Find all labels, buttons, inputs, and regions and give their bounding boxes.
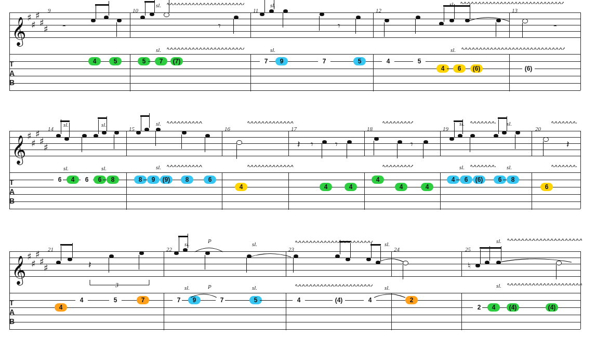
fret-number: 5 <box>109 296 122 304</box>
barline <box>364 131 365 156</box>
barline <box>222 131 222 156</box>
vibrato-line: ∿∿∿∿∿∿∿∿∿∿∿∿∿∿∿∿∿∿∿∿∿∿∿∿∿∿∿∿∿∿∿∿∿∿∿∿∿∿∿∿… <box>461 46 565 50</box>
barline-tab <box>130 54 130 91</box>
triplet-label: 3 <box>115 281 118 289</box>
tablature-page: 𝄞 ♯ ♯ ♯ ♯ ♯ 9 10 11 12 13 sl. ∿∿∿∿∿∿∿∿∿∿… <box>0 0 596 364</box>
fret-number: 7 <box>318 57 330 65</box>
note <box>385 19 389 22</box>
vibrato-line: ∿∿∿∿∿∿∿∿∿∿∿∿∿∿∿∿∿∿∿∿∿∿∿∿∿∿∿∿∿∿∿∿∿∿∿∿∿∿∿∿… <box>470 119 496 124</box>
vibrato-line: ∿∿∿∿∿∿∿∿∿∿∿∿∿∿∿∿∿∿∿∿∿∿∿∿∿∿∿∿∿∿∿∿∿∿∿∿∿∿∿∿… <box>382 163 413 167</box>
measure-number: 18 <box>367 126 373 132</box>
note <box>522 19 528 23</box>
slur-icon <box>188 291 219 299</box>
note <box>205 134 210 138</box>
measure-number: 12 <box>376 7 381 14</box>
note <box>496 19 501 22</box>
note <box>416 16 420 19</box>
fret-number: (4) <box>507 303 519 312</box>
note <box>294 254 298 258</box>
barline <box>373 12 374 37</box>
barline-tab <box>288 172 289 210</box>
vibrato-line: ∿∿∿∿∿∿∿∿∿∿∿∿∿∿∿∿∿∿∿∿∿∿∿∿∿∿∿∿∿∿∿∿∿∿∿∿∿∿∿∿… <box>166 1 244 5</box>
barline <box>461 251 462 276</box>
barline-tab <box>164 293 164 330</box>
fret-number: 4 <box>55 303 67 312</box>
barline-tab <box>532 172 532 210</box>
fret-number: (6) <box>470 64 483 73</box>
note <box>91 19 96 22</box>
barline-tab <box>461 293 462 330</box>
fret-number: (9) <box>160 176 173 184</box>
measure-number: 9 <box>48 7 51 14</box>
slide-label: sl. <box>459 164 465 170</box>
note <box>104 16 109 19</box>
fret-number: 5 <box>353 57 366 65</box>
measure-number: 15 <box>129 126 135 132</box>
tie-icon <box>247 250 294 260</box>
measure-number: 20 <box>535 126 541 132</box>
fret-number: 4 <box>372 176 384 184</box>
note <box>356 16 361 19</box>
tab-label-T: T <box>9 299 14 306</box>
pulloff-label: P <box>208 284 211 290</box>
tie-icon <box>496 255 574 265</box>
fret-number: 5 <box>413 57 426 65</box>
note <box>136 131 141 134</box>
vibrato-line: ∿∿∿∿∿∿∿∿∿∿∿∿∿∿∿∿∿∿∿∿∿∿∿∿∿∿∿∿∿∿∿∿∿∿∿∿∿∿∿∿… <box>295 282 373 287</box>
vibrato-line: ∿∿∿∿∿∿∿∿∿∿∿∿∿∿∿∿∿∿∿∿∿∿∿∿∿∿∿∿∿∿∿∿∿∿∿∿∿∿∿∿… <box>382 119 413 124</box>
note <box>322 140 327 144</box>
tie-icon <box>465 14 512 24</box>
barline <box>250 12 251 37</box>
note <box>260 12 264 16</box>
barline-tab <box>222 172 222 210</box>
fret-number: 8 <box>507 176 519 184</box>
barline <box>440 131 441 156</box>
slide-label: sl. <box>252 285 257 291</box>
note <box>347 140 352 144</box>
slide-label: sl. <box>101 122 107 128</box>
note <box>458 134 462 138</box>
fret-number: 8 <box>107 176 119 184</box>
note <box>269 9 274 13</box>
barline-tab <box>126 172 127 210</box>
fret-number: 9 <box>147 176 160 184</box>
note <box>470 134 475 138</box>
fret-number: 6 <box>453 64 466 73</box>
pulloff-label: P <box>208 238 211 244</box>
note <box>164 12 169 17</box>
note <box>144 128 149 131</box>
measure-number: 14 <box>48 126 54 132</box>
note <box>485 261 489 264</box>
barline <box>580 131 581 209</box>
barline-tab <box>440 172 441 210</box>
fret-number: 4 <box>345 183 357 191</box>
note <box>346 258 350 261</box>
note <box>449 19 454 22</box>
slide-label: sl. <box>496 282 501 289</box>
fret-number: 6 <box>204 176 216 184</box>
fret-number: 4 <box>75 296 88 304</box>
note <box>556 261 562 265</box>
tab-label-A: A <box>9 308 15 316</box>
vibrato-line: ∿∿∿∿∿∿∿∿∿∿∿∿∿∿∿∿∿∿∿∿∿∿∿∿∿∿∿∿∿∿∿∿∿∿∿∿∿∿∿∿… <box>247 119 294 124</box>
note <box>117 19 122 22</box>
fret-number: 5 <box>109 57 122 65</box>
note <box>494 134 498 138</box>
note <box>423 140 428 144</box>
barline <box>288 131 289 156</box>
measure-number: 25 <box>465 246 471 252</box>
slide-label: sl. <box>270 47 275 53</box>
note <box>403 261 408 265</box>
note <box>502 131 507 134</box>
slide-label: sl. <box>385 285 390 291</box>
vibrato-line: ∿∿∿∿∿∿∿∿∿∿∿∿∿∿∿∿∿∿∿∿∿∿∿∿∿∿∿∿∿∿∿∿∿∿∿∿∿∿∿∿… <box>247 163 294 167</box>
measure-number: 13 <box>512 7 518 14</box>
vibrato-line: ∿∿∿∿∿∿∿∿∿∿∿∿∿∿∿∿∿∿∿∿∿∿∿∿∿∿∿∿∿∿∿∿∿∿∿∿∿∿∿∿… <box>470 163 496 167</box>
vibrato-line: ∿∿∿∿∿∿∿∿∿∿∿∿∿∿∿∿∿∿∿∿∿∿∿∿∿∿∿∿∿∿∿∿∿∿∿∿∿∿∿∿… <box>551 163 577 167</box>
barline <box>580 251 581 329</box>
barline <box>532 131 532 156</box>
measure-number: 11 <box>253 7 258 14</box>
fret-number: 4 <box>88 57 101 65</box>
vibrato-line: ∿∿∿∿∿∿∿∿∿∿∿∿∿∿∿∿∿∿∿∿∿∿∿∿∿∿∿∿∿∿∿∿∿∿∿∿∿∿∿∿… <box>507 281 582 286</box>
note <box>56 134 61 138</box>
